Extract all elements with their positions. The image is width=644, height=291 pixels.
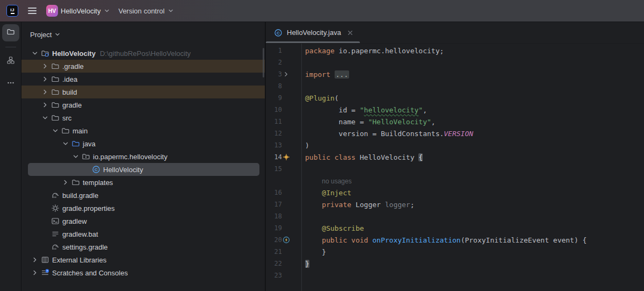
tree-item-build-gradle[interactable]: build.gradle xyxy=(21,189,265,202)
chevron-down-icon[interactable] xyxy=(50,126,60,135)
project-tree: HelloVelocityD:\githubRePos\HelloVelocit… xyxy=(21,47,265,279)
code-text[interactable]: public class HelloVelocity { xyxy=(301,153,423,161)
code-line-22: 22} xyxy=(266,258,644,269)
gutter: 8 xyxy=(266,80,301,92)
code-text[interactable]: name = "HelloVelocity", xyxy=(301,118,436,126)
chevron-down-icon[interactable] xyxy=(60,139,70,148)
gutter: 23 xyxy=(266,269,301,281)
code-text[interactable]: @Subscribe xyxy=(301,224,364,232)
more-tool-windows-button[interactable] xyxy=(2,75,19,93)
tree-item-gradlew-bat[interactable]: gradlew.bat xyxy=(21,228,265,240)
panel-scrollbar[interactable] xyxy=(263,48,264,77)
tree-item-io-papermc-hellovelocity[interactable]: io.papermc.hellovelocity xyxy=(21,150,265,163)
event-gutter-icon[interactable] xyxy=(282,236,291,244)
code-text[interactable]: @Inject xyxy=(301,189,351,197)
tree-item--gradle[interactable]: .gradle xyxy=(21,60,265,73)
main-menu-button[interactable] xyxy=(26,5,39,16)
plugin-gutter-icon[interactable] xyxy=(282,153,291,161)
line-number: 11 xyxy=(274,118,282,125)
line-number: 21 xyxy=(274,248,282,255)
gutter: 18 xyxy=(266,210,301,222)
folder-icon xyxy=(50,88,60,96)
code-line-19: 19 @Subscribe xyxy=(266,222,644,234)
folder-icon xyxy=(70,178,81,187)
code-text[interactable]: } xyxy=(301,248,326,256)
code-text[interactable]: import ... xyxy=(301,70,349,79)
project-tool-button[interactable] xyxy=(2,24,19,41)
code-text[interactable]: id = "hellovelocity", xyxy=(301,106,427,114)
chevron-down-icon[interactable] xyxy=(40,113,50,122)
tree-item-label: gradlew.bat xyxy=(62,230,98,238)
project-badge: HV xyxy=(46,5,58,17)
code-text[interactable]: } xyxy=(301,260,309,268)
code-text[interactable]: private Logger logger; xyxy=(301,201,415,209)
close-icon[interactable] xyxy=(346,29,354,37)
chevron-down-icon[interactable] xyxy=(30,49,40,58)
code-editor[interactable]: 1package io.papermc.hellovelocity;23impo… xyxy=(266,44,644,291)
tree-item-gradle-properties[interactable]: gradle.properties xyxy=(21,202,265,215)
editor-area[interactable]: C HelloVelocity.java 1package io.papermc… xyxy=(266,22,644,291)
chevron-right-icon[interactable] xyxy=(30,255,40,264)
project-panel-header[interactable]: Project xyxy=(21,22,265,47)
fold-gutter-icon[interactable] xyxy=(282,70,291,79)
tree-item-gradlew[interactable]: gradlew xyxy=(21,215,265,228)
folder-icon xyxy=(50,101,60,109)
code-text[interactable]: version = BuildConstants.VERSION xyxy=(301,130,473,138)
chevron-spacer xyxy=(40,217,50,225)
code-line-12: 12 version = BuildConstants.VERSION xyxy=(266,127,644,139)
tree-item-scratches-and-consoles[interactable]: Scratches and Consoles xyxy=(21,266,265,279)
tree-item-hellovelocity[interactable]: HelloVelocityD:\githubRePos\HelloVelocit… xyxy=(21,47,265,60)
line-number: 3 xyxy=(278,70,282,78)
chevron-right-icon[interactable] xyxy=(60,178,70,187)
code-text[interactable]: package io.papermc.hellovelocity; xyxy=(301,47,444,55)
gutter: 13 xyxy=(266,139,301,151)
structure-tool-button[interactable] xyxy=(2,53,19,70)
code-line-8: 8 xyxy=(266,80,644,92)
line-number: 16 xyxy=(274,189,282,196)
tree-item-java[interactable]: java xyxy=(21,137,265,150)
chevron-right-icon[interactable] xyxy=(40,101,50,109)
tree-item-main[interactable]: main xyxy=(21,124,265,137)
chevron-right-icon[interactable] xyxy=(40,75,50,83)
chevron-down-icon[interactable] xyxy=(70,152,81,161)
tree-item-settings-gradle[interactable]: settings.gradle xyxy=(21,240,265,253)
gutter-separator xyxy=(301,44,302,291)
chevron-right-icon[interactable] xyxy=(40,88,50,96)
structure-icon xyxy=(6,56,15,67)
class-icon: C xyxy=(91,165,101,174)
tree-item-label: gradlew xyxy=(62,217,87,225)
tree-item-gradle[interactable]: gradle xyxy=(21,98,265,111)
project-widget[interactable]: HV HelloVelocity xyxy=(46,5,111,17)
chevron-right-icon[interactable] xyxy=(40,62,50,70)
tree-item-label: HelloVelocity xyxy=(52,49,96,58)
line-number: 20 xyxy=(274,236,282,244)
gutter: 16 xyxy=(266,187,301,198)
code-text[interactable]: no usages xyxy=(301,177,352,185)
tree-item-hellovelocity[interactable]: CHelloVelocity xyxy=(21,163,265,176)
tree-item-label: build xyxy=(62,88,77,96)
tree-item-templates[interactable]: templates xyxy=(21,176,265,189)
tree-item-label: gradle.properties xyxy=(62,204,115,212)
line-number: 17 xyxy=(274,201,282,208)
tree-item-label: templates xyxy=(83,179,113,187)
code-text[interactable]: public void onProxyInitialization(ProxyI… xyxy=(301,236,587,244)
project-panel-title: Project xyxy=(30,31,52,39)
tree-item-src[interactable]: src xyxy=(21,111,265,124)
code-text[interactable]: @Plugin( xyxy=(301,94,339,102)
chevron-right-icon[interactable] xyxy=(30,268,40,277)
svg-text:C: C xyxy=(277,31,280,36)
vcs-widget[interactable]: Version control xyxy=(118,7,175,15)
gutter: 19 xyxy=(266,222,301,234)
folder-icon xyxy=(50,75,60,83)
tree-item-external-libraries[interactable]: External Libraries xyxy=(21,253,265,266)
code-line-21: 21 } xyxy=(266,246,644,258)
code-text[interactable]: ) xyxy=(301,141,309,150)
vcs-widget-label: Version control xyxy=(118,7,164,15)
tree-item-build[interactable]: build xyxy=(21,86,265,98)
main-toolbar: IJ HV HelloVelocity Version control xyxy=(0,0,644,22)
tab-hellovelocity-java[interactable]: C HelloVelocity.java xyxy=(266,22,360,43)
gutter: 1 xyxy=(266,45,301,56)
project-widget-label: HelloVelocity xyxy=(61,7,100,15)
gutter xyxy=(266,175,301,187)
tree-item--idea[interactable]: .idea xyxy=(21,73,265,86)
